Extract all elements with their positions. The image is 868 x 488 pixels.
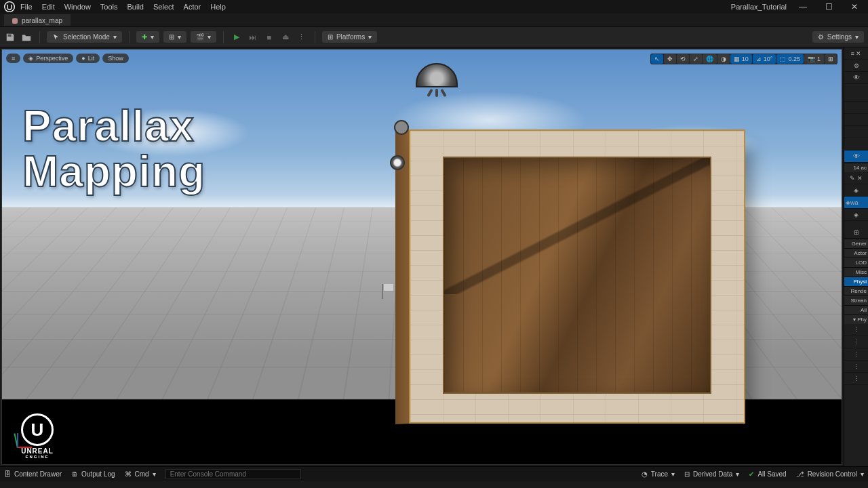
surface-snap-button[interactable]: ◑: [717, 54, 730, 64]
details-component-button[interactable]: ◈: [844, 209, 868, 221]
browse-icon[interactable]: [20, 31, 33, 43]
menu-edit[interactable]: Edit: [42, 3, 55, 11]
window-close-button[interactable]: ✕: [845, 2, 864, 12]
outliner-item[interactable]: [844, 126, 868, 138]
scale-snap-value: 0.25: [788, 56, 800, 62]
camera-speed-button[interactable]: 📷 1: [804, 54, 824, 64]
light-sprite[interactable]: [394, 120, 409, 135]
menu-tools[interactable]: Tools: [100, 3, 118, 11]
scale-snap-toggle[interactable]: ⬚ 0.25: [776, 54, 804, 64]
play-button[interactable]: ▶: [231, 31, 243, 43]
select-tool-button[interactable]: ↖: [651, 54, 663, 64]
main-toolbar: Selection Mode ▾ ✚▾ ⊞▾ 🎬▾ ▶ ⏭ ■ ⏏ ⋮ ⊞ Pl…: [0, 27, 868, 47]
content-drawer-button[interactable]: 🗄Content Drawer: [4, 470, 62, 478]
show-dropdown[interactable]: Show: [102, 54, 129, 63]
window-minimize-button[interactable]: —: [793, 2, 812, 12]
eject-button[interactable]: ⏏: [279, 31, 292, 43]
level-viewport[interactable]: Parallax Mapping ≡ ◈Perspective ●Lit Sho…: [1, 49, 842, 465]
settings-label: Settings: [827, 33, 852, 41]
menu-window[interactable]: Window: [64, 3, 91, 11]
scale-tool-button[interactable]: ⤢: [690, 54, 702, 64]
trace-label: Trace: [651, 470, 668, 478]
stop-button[interactable]: ■: [263, 31, 275, 43]
revision-control-button[interactable]: ⎇Revision Control▾: [796, 470, 864, 478]
grid-snap-toggle[interactable]: ▦ 10: [730, 54, 752, 64]
platforms-dropdown[interactable]: ⊞ Platforms ▾: [322, 31, 377, 43]
save-icon[interactable]: [4, 31, 16, 43]
play-options-button[interactable]: ⋮: [296, 31, 308, 43]
light-icon: [394, 120, 409, 135]
terminal-icon: ⌘: [125, 470, 132, 478]
outliner-item[interactable]: [844, 102, 868, 114]
details-section-misc[interactable]: Misc: [844, 267, 868, 277]
blueprint-button[interactable]: ⊞▾: [163, 31, 186, 43]
viewport-layout-button[interactable]: ⊞: [825, 54, 837, 64]
trace-button[interactable]: ◔Trace▾: [642, 470, 675, 478]
property-row[interactable]: ⋮: [844, 324, 868, 336]
viewport-options-right: ↖ ✥ ⟲ ⤢ 🌐 ◑ ▦ 10 ⊿ 10° ⬚ 0.25 📷 1 ⊞: [650, 54, 837, 64]
check-icon: ✔: [749, 470, 754, 478]
outliner-item[interactable]: [844, 89, 868, 102]
derived-data-button[interactable]: ⊟Derived Data▾: [684, 470, 739, 478]
outliner-item[interactable]: [844, 114, 868, 126]
cinematics-button[interactable]: 🎬▾: [191, 31, 216, 43]
plus-icon: ✚: [142, 33, 147, 41]
chevron-down-icon: ▾: [368, 33, 372, 41]
visibility-column-header[interactable]: [844, 72, 868, 84]
separator: [39, 31, 40, 43]
property-row[interactable]: ⋮: [844, 348, 868, 361]
outliner-menu-button[interactable]: ≡ ✕: [844, 47, 868, 60]
axis-z-icon: [17, 433, 18, 448]
details-component-button[interactable]: ◈: [844, 184, 868, 197]
player-start-sprite[interactable]: [382, 284, 394, 299]
property-row[interactable]: ⋮: [844, 373, 868, 385]
component-wall[interactable]: ◈ wa: [844, 197, 868, 209]
property-row[interactable]: ⋮: [844, 361, 868, 373]
details-section-lod[interactable]: LOD: [844, 258, 868, 267]
window-maximize-button[interactable]: ☐: [819, 2, 838, 12]
skip-button[interactable]: ⏭: [247, 31, 259, 43]
rotate-tool-button[interactable]: ⟲: [677, 54, 689, 64]
overlay-line2: Mapping: [22, 149, 205, 195]
wall-actor[interactable]: [409, 129, 745, 424]
details-section-all[interactable]: All: [844, 305, 868, 314]
coord-toggle-button[interactable]: 🌐: [703, 54, 717, 64]
directional-light-sprite[interactable]: [390, 155, 405, 170]
perspective-dropdown[interactable]: ◈Perspective: [23, 54, 73, 63]
menu-file[interactable]: File: [20, 3, 33, 11]
viewport-menu-button[interactable]: ≡: [6, 54, 20, 63]
viewmode-dropdown[interactable]: ●Lit: [76, 54, 100, 63]
selection-mode-dropdown[interactable]: Selection Mode ▾: [47, 31, 122, 43]
settings-dropdown[interactable]: ⚙ Settings ▾: [812, 31, 864, 43]
tab-parallax-map[interactable]: parallax_map: [4, 14, 71, 26]
outliner-options-button[interactable]: ⚙: [844, 60, 868, 72]
menu-build[interactable]: Build: [127, 3, 144, 11]
chevron-down-icon: ▾: [113, 33, 117, 41]
output-log-label: Output Log: [81, 470, 115, 478]
sky-light-sprite[interactable]: [416, 63, 458, 97]
details-edit-button[interactable]: ✎ ✕: [844, 172, 868, 184]
output-log-button[interactable]: 🗎Output Log: [71, 470, 115, 478]
menu-select[interactable]: Select: [153, 3, 174, 11]
add-content-button[interactable]: ✚▾: [136, 31, 159, 43]
details-section-rendering[interactable]: Rende: [844, 286, 868, 296]
console-input[interactable]: [165, 469, 301, 479]
all-saved-indicator[interactable]: ✔All Saved: [749, 470, 786, 478]
menu-actor[interactable]: Actor: [184, 3, 201, 11]
details-search-button[interactable]: ⊞: [844, 226, 868, 239]
overlay-caption: Parallax Mapping: [22, 104, 205, 195]
cmd-button[interactable]: ⌘Cmd▾: [125, 470, 156, 478]
details-section-physics[interactable]: Physi: [844, 277, 868, 286]
details-section-general[interactable]: Gener: [844, 239, 868, 248]
menu-help[interactable]: Help: [210, 3, 226, 11]
angle-snap-toggle[interactable]: ⊿ 10°: [753, 54, 776, 64]
details-group-physics[interactable]: ▾ Phy: [844, 314, 868, 324]
outliner-item[interactable]: [844, 138, 868, 150]
property-row[interactable]: ⋮: [844, 336, 868, 348]
branch-icon: ⎇: [796, 470, 804, 478]
actor-count-label: 14 ac: [844, 163, 868, 172]
outliner-item-selected[interactable]: [844, 150, 868, 163]
details-section-actor[interactable]: Actor: [844, 248, 868, 258]
translate-tool-button[interactable]: ✥: [664, 54, 676, 64]
details-section-streaming[interactable]: Strean: [844, 296, 868, 305]
